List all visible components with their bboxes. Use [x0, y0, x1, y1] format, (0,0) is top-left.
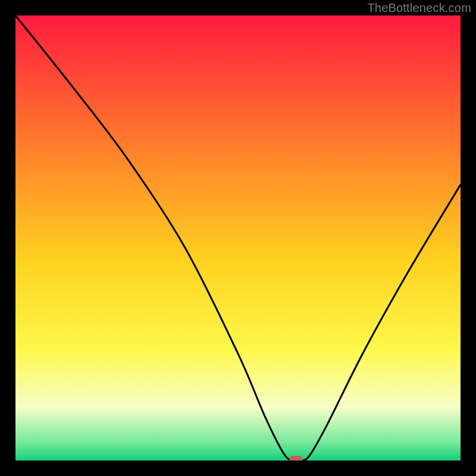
gradient-background: [15, 15, 461, 461]
plot-area: [15, 15, 461, 461]
watermark-text: TheBottleneck.com: [367, 1, 471, 15]
optimal-marker: [289, 456, 302, 461]
bottleneck-chart: [15, 15, 461, 461]
chart-container: TheBottleneck.com: [0, 0, 476, 476]
